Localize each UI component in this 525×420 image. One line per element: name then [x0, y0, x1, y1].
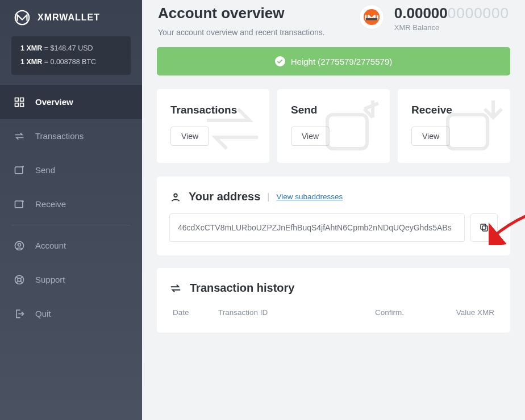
sidebar-item-label: Transactions: [35, 131, 84, 141]
sidebar-item-label: Account: [35, 241, 66, 250]
svg-point-8: [18, 243, 21, 246]
card-title: Transactions: [170, 104, 256, 116]
history-title: Transaction history: [190, 282, 295, 295]
sidebar-item-send[interactable]: Send: [0, 153, 142, 187]
sidebar-item-account[interactable]: Account: [0, 229, 142, 263]
copy-icon: [479, 222, 489, 233]
col-date: Date: [173, 308, 218, 317]
logo-row: XMRWALLET: [0, 6, 142, 36]
svg-rect-4: [20, 103, 24, 106]
copy-address-button[interactable]: [470, 213, 498, 242]
address-title: Your address: [189, 190, 260, 203]
svg-rect-1: [15, 98, 19, 101]
sidebar: XMRWALLET 1 XMR = $148.47 USD 1 XMR = 0.…: [0, 0, 142, 420]
card-title: Receive: [411, 104, 497, 116]
page-header: Account overview Your account overview a…: [157, 0, 510, 47]
check-icon: [275, 56, 285, 66]
sidebar-divider: [11, 225, 131, 225]
balance-block: 0.000000000000 XMR Balance: [359, 5, 509, 32]
balance-label: XMR Balance: [394, 23, 509, 32]
person-pin-icon: [169, 191, 182, 203]
transaction-history-panel: Transaction history Date Transaction ID …: [157, 268, 510, 333]
sidebar-item-quit[interactable]: Quit: [0, 297, 142, 331]
page-title: Account overview: [158, 5, 325, 22]
cards-row: Transactions View Send View Receive View: [157, 89, 510, 163]
col-value: Value XMR: [438, 308, 494, 317]
rate-btc-label: 1 XMR: [20, 58, 42, 66]
view-subaddresses-link[interactable]: View subaddresses: [277, 192, 343, 201]
svg-rect-17: [481, 224, 486, 229]
sidebar-item-label: Quit: [35, 309, 51, 318]
sidebar-item-transactions[interactable]: Transactions: [0, 119, 142, 153]
exit-icon: [14, 308, 25, 320]
svg-point-10: [18, 278, 21, 282]
balance-amount: 0.000000000000: [394, 5, 509, 22]
brand-name: XMRWALLET: [38, 12, 100, 23]
logo-icon: [14, 9, 31, 26]
main-content: Account overview Your account overview a…: [142, 0, 525, 420]
svg-rect-12: [327, 115, 367, 149]
svg-rect-3: [15, 103, 19, 106]
grid-icon: [14, 96, 25, 108]
exchange-rates: 1 XMR = $148.47 USD 1 XMR = 0.008788 BTC: [11, 36, 131, 75]
sync-height-banner: Height (2775579/2775579): [157, 47, 510, 75]
svg-rect-6: [15, 201, 23, 208]
sidebar-item-label: Receive: [35, 199, 66, 209]
svg-rect-13: [448, 115, 488, 149]
card-title: Send: [291, 104, 376, 116]
sidebar-item-receive[interactable]: Receive: [0, 187, 142, 221]
svg-rect-2: [20, 98, 24, 101]
sidebar-item-support[interactable]: Support: [0, 263, 142, 297]
support-icon: [14, 274, 25, 285]
sidebar-item-label: Send: [35, 165, 55, 175]
rate-usd-label: 1 XMR: [20, 44, 42, 52]
send-icon: [14, 165, 25, 176]
card-transactions: Transactions View: [157, 89, 269, 163]
view-receive-button[interactable]: View: [411, 127, 450, 146]
transfer-icon: [169, 282, 182, 295]
card-send: Send View: [277, 89, 390, 163]
user-icon: [14, 240, 25, 251]
col-txid: Transaction ID: [218, 308, 375, 317]
svg-rect-5: [15, 167, 23, 174]
address-panel: Your address | View subaddresses: [157, 177, 510, 255]
sidebar-item-overview[interactable]: Overview: [0, 85, 142, 119]
sync-height-text: Height (2775579/2775579): [291, 57, 392, 66]
receive-icon: [14, 199, 25, 210]
monero-coin-icon: [359, 5, 384, 30]
page-subtitle: Your account overview and recent transac…: [158, 28, 325, 37]
transfer-icon: [14, 131, 25, 142]
svg-point-14: [174, 194, 177, 197]
rate-usd-value: $148.47: [50, 44, 76, 52]
card-receive: Receive View: [398, 89, 510, 163]
sidebar-item-label: Overview: [35, 97, 73, 107]
view-send-button[interactable]: View: [291, 127, 330, 146]
address-input[interactable]: [169, 213, 465, 242]
col-confirm: Confirm.: [375, 308, 438, 317]
history-columns: Date Transaction ID Confirm. Value XMR: [169, 306, 498, 319]
view-transactions-button[interactable]: View: [170, 127, 209, 146]
rate-btc-value: 0.008788: [50, 58, 80, 66]
sidebar-item-label: Support: [35, 275, 65, 284]
svg-rect-16: [482, 226, 488, 231]
